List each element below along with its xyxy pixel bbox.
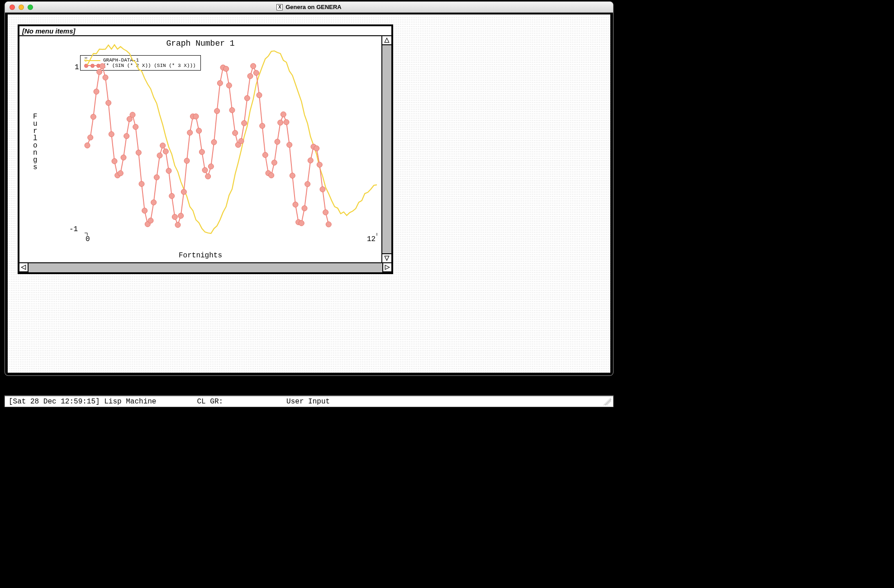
svg-point-65 [269,173,274,178]
horizontal-scroll-track[interactable] [29,263,382,272]
svg-point-52 [229,108,235,113]
menu-bar[interactable]: [No menu items] [19,26,391,36]
genera-desktop[interactable]: [No menu items] Graph Number 1 Furlongs … [5,13,613,375]
svg-point-17 [124,133,129,139]
svg-point-23 [142,208,147,213]
svg-point-42 [199,149,204,155]
svg-point-84 [326,222,331,227]
zoom-window-button[interactable] [28,5,33,10]
svg-point-77 [305,181,310,187]
chart-canvas [19,36,381,262]
svg-marker-86 [385,256,389,261]
svg-point-59 [251,63,256,69]
svg-point-4 [85,143,90,148]
status-mode: CL GR: [197,398,223,406]
status-sep [100,398,105,406]
svg-point-57 [244,95,250,101]
svg-point-43 [202,167,208,173]
svg-point-35 [178,213,184,218]
svg-point-20 [133,124,138,130]
svg-point-13 [112,158,117,164]
svg-point-9 [100,63,105,69]
svg-point-27 [154,175,159,180]
svg-point-44 [205,174,211,179]
svg-point-83 [323,209,328,215]
svg-point-6 [90,114,96,119]
svg-point-25 [148,218,153,223]
svg-point-16 [121,155,126,160]
svg-point-7 [94,89,99,94]
plot-area[interactable]: Graph Number 1 Furlongs Fortnights 1 -1 … [19,36,381,262]
status-state: User Input [286,398,330,406]
svg-point-70 [284,119,289,125]
vertical-scrollbar[interactable] [381,36,391,262]
horizontal-scrollbar[interactable] [19,262,391,272]
svg-point-68 [278,120,283,125]
svg-point-21 [136,150,141,155]
svg-point-75 [299,220,304,226]
svg-point-80 [314,146,319,151]
svg-point-36 [181,189,186,194]
menu-placeholder: [No menu items] [22,27,76,35]
svg-point-48 [217,81,223,86]
minimize-window-button[interactable] [19,5,24,10]
svg-point-45 [208,164,214,169]
svg-point-46 [211,139,217,145]
svg-point-58 [247,73,253,79]
svg-point-71 [287,142,292,147]
svg-point-8 [97,69,102,75]
scroll-right-button[interactable] [382,263,391,272]
vertical-scroll-track[interactable] [382,45,391,253]
svg-point-62 [260,123,265,128]
svg-point-29 [160,143,166,148]
close-window-button[interactable] [10,5,15,10]
svg-point-55 [238,138,244,144]
window-title: Genera on GENERA [5,4,613,10]
svg-point-69 [281,112,286,117]
svg-point-76 [302,205,307,211]
os-window: Genera on GENERA [No menu items] Graph N… [5,1,613,376]
svg-point-28 [157,153,162,158]
svg-point-40 [193,114,199,119]
svg-marker-85 [385,38,389,43]
triangle-up-icon [384,38,390,43]
svg-point-66 [271,160,277,166]
svg-point-61 [257,92,262,98]
svg-point-30 [163,149,168,154]
svg-marker-88 [385,265,390,270]
svg-point-47 [214,108,220,114]
scroll-down-button[interactable] [382,253,391,262]
svg-point-56 [242,120,247,126]
svg-point-11 [106,100,111,105]
svg-point-10 [103,75,108,80]
os-titlebar[interactable]: Genera on GENERA [5,2,613,13]
status-timestamp: [Sat 28 Dec 12:59:15] [9,398,100,406]
svg-point-5 [88,135,93,140]
svg-point-73 [293,202,298,207]
scroll-left-button[interactable] [19,263,29,272]
window-controls [10,5,33,10]
graph-window: [No menu items] Graph Number 1 Furlongs … [18,24,393,274]
svg-point-12 [109,132,114,137]
x11-icon [276,4,283,10]
svg-point-33 [172,214,177,220]
svg-point-53 [233,130,238,136]
svg-point-50 [224,66,229,71]
svg-point-22 [139,181,144,187]
svg-point-63 [262,152,268,158]
triangle-down-icon [384,256,390,261]
svg-point-19 [130,112,135,118]
scroll-up-button[interactable] [382,36,391,45]
svg-point-78 [308,158,313,163]
svg-point-31 [166,168,171,174]
triangle-left-icon [21,265,26,270]
svg-point-41 [196,128,202,133]
resize-handle-icon[interactable] [603,397,611,405]
svg-point-37 [184,158,190,163]
window-title-text: Genera on GENERA [285,4,342,10]
svg-point-82 [320,187,325,192]
svg-point-32 [169,193,175,199]
svg-point-51 [226,83,232,88]
svg-point-67 [275,139,280,144]
status-bar: [Sat 28 Dec 12:59:15] Lisp Machine CL GR… [5,395,613,407]
